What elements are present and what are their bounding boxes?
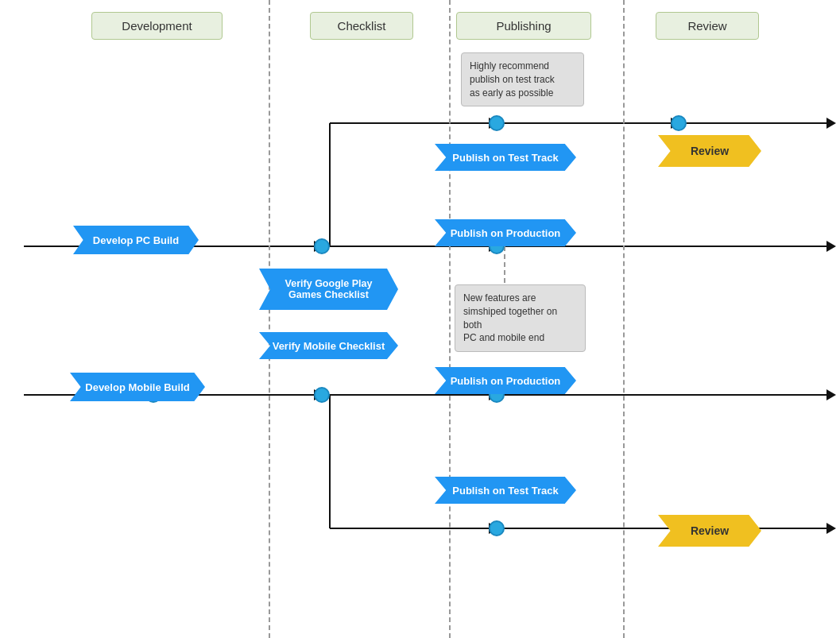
svg-marker-15 — [826, 389, 836, 400]
node-publishing-branch-bottom — [489, 520, 505, 536]
col-header-publishing: Publishing — [456, 12, 591, 40]
task-publish-test-track-top: Publish on Test Track — [435, 144, 576, 171]
task-publish-production-top: Publish on Production — [435, 219, 576, 246]
note-publish-test-track: Highly recommend publish on test track a… — [461, 52, 584, 106]
task-publish-production-bottom: Publish on Production — [435, 367, 576, 394]
lane-divider-publishing-review — [623, 0, 625, 638]
review-label-top: Review — [658, 135, 761, 167]
col-header-checklist-label: Checklist — [338, 19, 386, 33]
col-header-checklist: Checklist — [310, 12, 413, 40]
col-header-development-label: Development — [122, 19, 192, 33]
task-verify-mobile-checklist: Verify Mobile Checklist — [259, 332, 398, 359]
note-simship-text: New features are simshiped together on b… — [463, 292, 557, 343]
review-label-bottom: Review — [658, 515, 761, 547]
svg-marker-4 — [826, 241, 836, 252]
note-publish-test-track-text: Highly recommend publish on test track a… — [470, 60, 555, 99]
col-header-publishing-label: Publishing — [496, 19, 551, 33]
svg-marker-9 — [826, 118, 836, 129]
node-publishing-branch-top — [489, 115, 505, 131]
node-checklist-bottom — [314, 387, 330, 403]
lane-divider-checklist-publishing — [449, 0, 451, 638]
node-checklist-top — [314, 238, 330, 254]
svg-marker-20 — [826, 523, 836, 534]
task-develop-pc-build: Develop PC Build — [73, 226, 199, 254]
node-review-branch-top — [671, 115, 687, 131]
col-header-review-label: Review — [687, 19, 726, 33]
note-simship: New features are simshiped together on b… — [455, 284, 586, 352]
task-develop-mobile-build: Develop Mobile Build — [70, 373, 205, 401]
task-publish-test-track-bottom: Publish on Test Track — [435, 477, 576, 504]
diagram: Development Checklist Publishing Review … — [0, 0, 840, 638]
task-verify-google-play: Verify Google Play Games Checklist — [259, 269, 398, 310]
lane-divider-dev-checklist — [269, 0, 270, 638]
col-header-review: Review — [656, 12, 759, 40]
col-header-development: Development — [91, 12, 223, 40]
